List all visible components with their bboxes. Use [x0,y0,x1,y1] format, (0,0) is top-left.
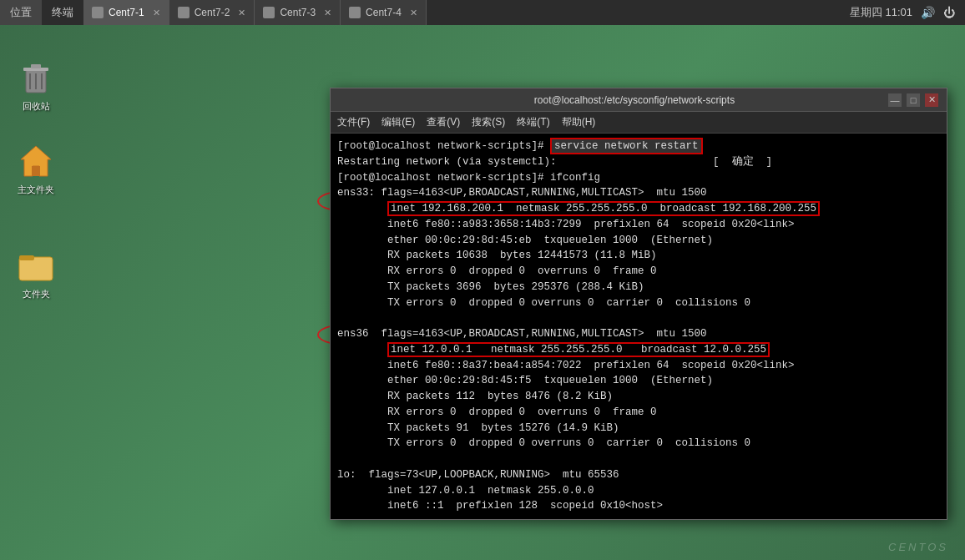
files-icon [16,245,56,285]
volume-icon[interactable]: 🔊 [921,6,935,19]
menu-terminal-item[interactable]: 终端(T) [517,115,549,129]
menu-help[interactable]: 帮助(H) [562,115,596,129]
tab-cent7-1[interactable]: Cent7-1 ✕ [83,0,169,25]
tab-bar: Cent7-1 ✕ Cent7-2 ✕ Cent7-3 ✕ Cent7-4 ✕ [83,0,850,25]
desktop-icon-files[interactable]: 文件夹 [7,242,65,304]
terminal-line-12 [337,310,940,326]
tab-icon-3 [263,7,275,18]
tab-close-4[interactable]: ✕ [410,8,417,18]
menu-search[interactable]: 搜索(S) [472,115,505,129]
taskbar: 位置 终端 Cent7-1 ✕ Cent7-2 ✕ Cent7-3 ✕ Cent… [0,0,965,25]
menu-places[interactable]: 位置 [0,0,42,25]
terminal-line-20: TX errors 0 dropped 0 overruns 0 carrier… [337,436,940,452]
tab-icon-4 [349,7,361,18]
desktop-icon-home[interactable]: 主文件夹 [7,138,65,199]
terminal-titlebar: root@localhost:/etc/sysconfig/network-sc… [331,88,947,112]
centos-watermark: CENTOS [888,541,948,553]
menu-edit[interactable]: 编辑(E) [381,115,415,129]
terminal-title: root@localhost:/etc/sysconfig/network-sc… [381,94,888,106]
taskbar-left: 位置 终端 [0,0,83,25]
terminal-menubar: 文件(F) 编辑(E) 查看(V) 搜索(S) 终端(T) 帮助(H) [331,112,947,134]
svg-rect-2 [31,64,41,68]
terminal-line-5: inet 192.168.200.1 netmask 255.255.255.0… [337,201,940,217]
maximize-button[interactable]: □ [907,93,920,107]
tab-cent7-3[interactable]: Cent7-3 ✕ [255,0,341,25]
home-icon [16,141,56,181]
terminal-line-13: ens36 flags=4163<UP,BROADCAST,RUNNING,MU… [337,326,940,342]
terminal-window: root@localhost:/etc/sysconfig/network-sc… [330,88,947,520]
home-label: 主文件夹 [18,184,54,196]
terminal-controls: — □ ✕ [888,93,938,107]
svg-rect-7 [32,166,40,176]
terminal-line-10: TX packets 3696 bytes 295376 (288.4 KiB) [337,280,940,295]
terminal-line-22: lo: flags=73<UP,LOOPBACK,RUNNING> mtu 65… [337,467,940,483]
terminal-line-17: RX packets 112 bytes 8476 (8.2 KiB) [337,389,940,405]
tab-label-4: Cent7-4 [366,7,402,18]
menu-terminal[interactable]: 终端 [42,0,83,25]
tab-label-2: Cent7-2 [195,7,230,18]
terminal-line-23: inet 127.0.0.1 netmask 255.0.0.0 [337,483,940,499]
terminal-line-24: inet6 ::1 prefixlen 128 scopeid 0x10<hos… [337,498,940,514]
terminal-line-11: TX errors 0 dropped 0 overruns 0 carrier… [337,295,940,311]
terminal-line-9: RX errors 0 dropped 0 overruns 0 frame 0 [337,264,940,280]
terminal-line-3: [root@localhost network-scripts]# ifconf… [337,170,940,186]
svg-rect-8 [19,257,53,280]
tab-close-3[interactable]: ✕ [324,8,331,18]
inet-highlight-1: inet 192.168.200.1 netmask 255.255.255.0… [387,201,820,216]
tab-label-1: Cent7-1 [109,7,144,18]
terminal-line-19: TX packets 91 bytes 15276 (14.9 KiB) [337,421,940,436]
minimize-button[interactable]: — [888,93,902,107]
tab-label-3: Cent7-3 [280,7,316,18]
terminal-line-21 [337,452,940,467]
terminal-line-7: ether 00:0c:29:8d:45:eb txqueuelen 1000 … [337,233,940,249]
tab-icon-1 [92,7,104,18]
menu-view[interactable]: 查看(V) [427,115,460,129]
close-button[interactable]: ✕ [925,93,938,107]
terminal-line-6: inet6 fe80::a983:3658:14b3:7299 prefixle… [337,217,940,233]
clock: 星期四 11:01 [850,5,912,20]
files-label: 文件夹 [23,288,50,300]
desktop: 位置 终端 Cent7-1 ✕ Cent7-2 ✕ Cent7-3 ✕ Cent… [0,0,965,560]
tab-icon-2 [178,7,189,18]
tab-cent7-2[interactable]: Cent7-2 ✕ [169,0,255,25]
taskbar-right: 星期四 11:01 🔊 ⏻ [850,5,965,20]
terminal-line-14: inet 12.0.0.1 netmask 255.255.255.0 broa… [337,342,940,358]
desktop-icon-trash[interactable]: 回收站 [7,54,65,116]
svg-rect-9 [19,255,34,260]
cmd-highlight: service network restart [550,138,703,154]
tab-close-1[interactable]: ✕ [153,8,160,18]
terminal-body[interactable]: [root@localhost network-scripts]# servic… [331,134,947,519]
tab-cent7-4[interactable]: Cent7-4 ✕ [341,0,427,25]
terminal-line-1: [root@localhost network-scripts]# servic… [337,139,940,154]
menu-file[interactable]: 文件(F) [337,115,370,129]
terminal-line-15: inet6 fe80::8a37:bea4:a854:7022 prefixle… [337,358,940,374]
terminal-line-8: RX packets 10638 bytes 12441573 (11.8 Mi… [337,248,940,264]
inet-highlight-2: inet 12.0.0.1 netmask 255.255.255.0 broa… [387,342,770,357]
trash-label: 回收站 [23,100,50,113]
terminal-line-18: RX errors 0 dropped 0 overruns 0 frame 0 [337,405,940,421]
trash-icon [16,58,56,98]
terminal-line-2: Restarting network (via systemctl): [ 确定… [337,154,940,170]
power-icon[interactable]: ⏻ [943,6,955,19]
tab-close-2[interactable]: ✕ [238,8,245,18]
terminal-line-16: ether 00:0c:29:8d:45:f5 txqueuelen 1000 … [337,373,940,389]
terminal-line-4: ens33: flags=4163<UP,BROADCAST,RUNNING,M… [337,185,940,201]
